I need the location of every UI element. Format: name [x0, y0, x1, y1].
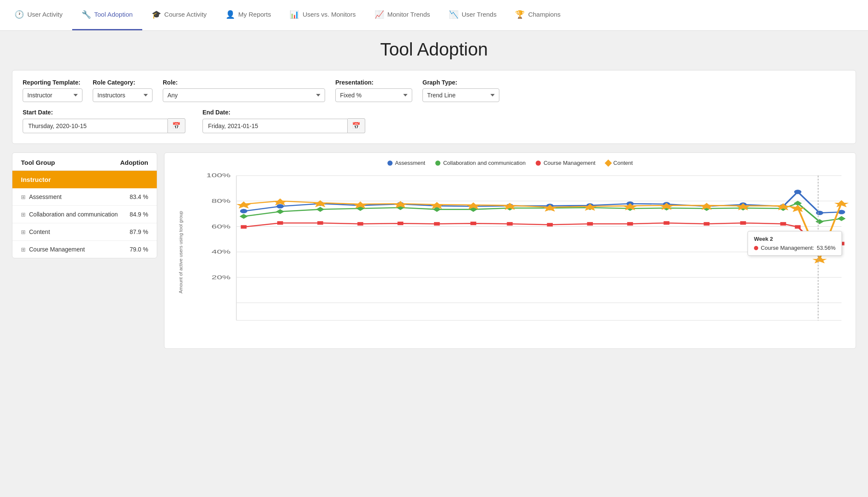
nav-item-tool-adoption[interactable]: 🔧 Tool Adoption — [72, 0, 142, 30]
graph-type-select[interactable]: Trend Line Bar Chart Area Chart — [422, 88, 499, 102]
legend-item-collab: Collaboration and communication — [435, 160, 525, 166]
svg-rect-54 — [434, 222, 440, 225]
y-axis-label: Amount of active users using tool group — [178, 211, 183, 293]
end-date-calendar-button[interactable]: 📅 — [348, 118, 365, 133]
expand-icon-content[interactable]: ⊞ — [21, 229, 26, 235]
svg-rect-66 — [839, 242, 845, 245]
svg-point-29 — [816, 210, 823, 215]
col-tool-group: Tool Group — [21, 159, 55, 166]
legend-dot-content — [604, 159, 612, 167]
legend-item-assessment: Assessment — [387, 160, 425, 166]
role-label: Role: — [163, 79, 325, 86]
nav-item-course-activity[interactable]: 🎓 Course Activity — [142, 0, 216, 30]
nav-item-monitor-trends[interactable]: 📈 Monitor Trends — [365, 0, 440, 30]
person-icon: 👤 — [226, 10, 235, 19]
svg-rect-65 — [817, 246, 823, 250]
svg-rect-61 — [704, 222, 710, 225]
svg-rect-53 — [398, 222, 404, 225]
end-date-label: End Date: — [202, 109, 365, 116]
wrench-icon: 🔧 — [82, 10, 91, 19]
row-value-content: 87.9 % — [129, 228, 148, 235]
table-header: Tool Group Adoption — [12, 153, 157, 171]
start-date-calendar-button[interactable]: 📅 — [168, 118, 185, 133]
svg-rect-62 — [740, 221, 746, 225]
start-date-group: Start Date: 📅 — [23, 109, 185, 133]
nav-item-my-reports[interactable]: 👤 My Reports — [216, 0, 281, 30]
row-left: ⊞ Course Management — [21, 246, 85, 253]
content-line — [243, 201, 841, 259]
course-mgmt-line — [243, 223, 841, 248]
legend-item-course-mgmt: Course Management — [536, 160, 595, 166]
svg-point-13 — [240, 209, 247, 213]
svg-marker-83 — [812, 256, 827, 263]
role-select[interactable]: Any Instructor Teaching Assistant Course… — [163, 88, 325, 102]
reporting-template-group: Reporting Template: Instructor Student A… — [23, 79, 82, 102]
legend-dot-course-mgmt — [536, 161, 541, 166]
row-name-collab: Collaboration and communication — [29, 211, 118, 218]
nav-item-users-vs-monitors[interactable]: 📊 Users vs. Monitors — [280, 0, 365, 30]
svg-text:100%: 100% — [206, 172, 231, 178]
line-chart-icon: 📉 — [449, 10, 458, 19]
reporting-template-label: Reporting Template: — [23, 79, 82, 86]
svg-rect-64 — [795, 225, 801, 228]
svg-text:60%: 60% — [211, 223, 230, 229]
bar-chart-icon: 📊 — [290, 10, 299, 19]
table-row: ⊞ Course Management 79.0 % — [12, 241, 157, 258]
expand-icon-collab[interactable]: ⊞ — [21, 211, 26, 218]
area-chart-icon: 📈 — [375, 10, 384, 19]
role-group: Role: Any Instructor Teaching Assistant … — [163, 79, 325, 102]
trophy-icon: 🏆 — [515, 10, 525, 19]
nav-bar: 🕐 User Activity 🔧 Tool Adoption 🎓 Course… — [0, 0, 868, 31]
svg-point-28 — [794, 190, 801, 194]
nav-item-champions[interactable]: 🏆 Champions — [506, 0, 570, 30]
role-category-select[interactable]: Instructors Students All — [93, 88, 152, 102]
svg-rect-56 — [507, 222, 513, 225]
row-name-course-mgmt: Course Management — [29, 246, 85, 253]
svg-rect-48 — [837, 216, 845, 221]
nav-item-user-trends[interactable]: 📉 User Trends — [440, 0, 506, 30]
end-date-group: End Date: 📅 — [202, 109, 365, 133]
instructor-row-label: Instructor — [21, 176, 51, 183]
chart-card: Assessment Collaboration and communicati… — [164, 152, 856, 349]
row-value-assessment: 83.4 % — [129, 193, 148, 200]
bottom-section: Tool Group Adoption Instructor ⊞ Assessm… — [12, 152, 856, 349]
nav-label-user-trends: User Trends — [462, 11, 497, 18]
svg-rect-51 — [317, 221, 323, 225]
table-row: ⊞ Content 87.9 % — [12, 223, 157, 241]
table-card: Tool Group Adoption Instructor ⊞ Assessm… — [12, 152, 157, 258]
instructor-row[interactable]: Instructor — [12, 171, 157, 188]
svg-rect-52 — [358, 222, 364, 225]
row-left: ⊞ Assessment — [21, 193, 62, 200]
end-date-input[interactable] — [202, 119, 348, 133]
row-value-collab: 84.9 % — [129, 211, 148, 218]
start-date-input[interactable] — [23, 119, 168, 133]
chart-area: Amount of active users using tool group … — [171, 171, 849, 333]
row-name-assessment: Assessment — [29, 193, 62, 200]
svg-marker-67 — [236, 202, 251, 208]
svg-rect-33 — [316, 207, 324, 212]
nav-label-users-vs-monitors: Users vs. Monitors — [302, 11, 355, 18]
nav-label-champions: Champions — [528, 11, 560, 18]
svg-text:40%: 40% — [211, 248, 230, 255]
nav-item-user-activity[interactable]: 🕐 User Activity — [5, 0, 72, 30]
clock-icon: 🕐 — [15, 10, 24, 19]
svg-rect-50 — [277, 221, 283, 225]
row-name-content: Content — [29, 228, 50, 235]
legend-label-collab: Collaboration and communication — [443, 160, 525, 166]
filter-card: Reporting Template: Instructor Student A… — [12, 70, 856, 144]
reporting-template-select[interactable]: Instructor Student All — [23, 88, 82, 102]
nav-label-my-reports: My Reports — [238, 11, 271, 18]
legend-label-course-mgmt: Course Management — [543, 160, 595, 166]
table-row: ⊞ Collaboration and communication 84.9 % — [12, 206, 157, 223]
expand-icon-course-mgmt[interactable]: ⊞ — [21, 246, 26, 253]
col-adoption: Adoption — [120, 159, 148, 166]
presentation-select[interactable]: Fixed % Percentage Count — [335, 88, 412, 102]
main-content: Tool Adoption Reporting Template: Instru… — [0, 31, 868, 497]
svg-rect-49 — [241, 225, 247, 228]
svg-marker-82 — [790, 205, 805, 212]
svg-rect-63 — [780, 222, 786, 225]
expand-icon-assessment[interactable]: ⊞ — [21, 194, 26, 200]
chart-legend: Assessment Collaboration and communicati… — [171, 160, 849, 166]
role-category-group: Role Category: Instructors Students All — [93, 79, 152, 102]
row-left: ⊞ Collaboration and communication — [21, 211, 118, 218]
